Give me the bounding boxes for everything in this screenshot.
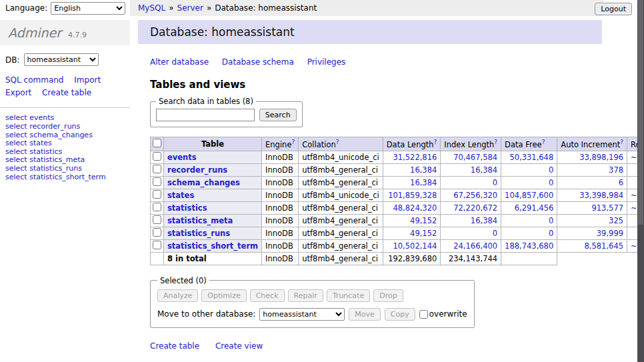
scrollbar-thumb[interactable] [638, 0, 643, 225]
row-select-checkbox[interactable] [153, 228, 161, 237]
privileges-link[interactable]: Privileges [307, 57, 346, 67]
create-table-link-main[interactable]: Create table [150, 341, 199, 351]
rows-count-link[interactable]: ~ 312,180 [631, 153, 637, 162]
auto-increment-link[interactable]: 325 [609, 216, 623, 225]
data-length-link[interactable]: 16,384 [410, 165, 437, 175]
sidebar-item-select-states[interactable]: select states [5, 139, 125, 148]
export-link[interactable]: Export [5, 88, 31, 97]
language-select[interactable]: English [51, 2, 125, 15]
data-free-link[interactable]: 188,743,680 [505, 241, 553, 251]
row-select-checkbox[interactable] [153, 215, 161, 224]
app-header: Adminer 4.7.9 [0, 20, 130, 45]
table-name-link[interactable]: statistics [167, 203, 207, 213]
data-length-link[interactable]: 101,859,328 [388, 191, 437, 200]
copy-button[interactable]: Copy [385, 308, 415, 321]
data-free-link[interactable]: 0 [549, 165, 553, 175]
move-database-select[interactable]: homeassistant [259, 308, 345, 321]
engine-cell: InnoDB [262, 239, 299, 252]
sidebar-item-select-statistics-runs[interactable]: select statistics_runs [5, 165, 125, 173]
index-length-link[interactable]: 0 [493, 178, 497, 187]
data-free-link[interactable]: 0 [549, 178, 553, 187]
search-input[interactable] [156, 109, 255, 121]
row-select-checkbox[interactable] [153, 203, 161, 211]
doc-link-icon[interactable]: ? [620, 139, 623, 145]
index-length-link[interactable]: 0 [493, 229, 497, 238]
index-length-link[interactable]: 72,220,672 [453, 203, 497, 213]
data-free-link[interactable]: 50,331,648 [509, 153, 553, 162]
row-select-checkbox[interactable] [153, 190, 161, 199]
doc-link-icon[interactable]: ? [542, 139, 545, 145]
create-view-link[interactable]: Create view [215, 341, 263, 351]
auto-increment-link[interactable]: 33,898,196 [579, 153, 623, 162]
row-select-checkbox[interactable] [153, 165, 161, 173]
check-button[interactable]: Check [250, 289, 285, 302]
table-name-link[interactable]: states [167, 191, 194, 200]
sidebar-item-select-statistics-short-term[interactable]: select statistics_short_term [5, 173, 125, 182]
drop-button[interactable]: Drop [373, 289, 403, 302]
auto-increment-link[interactable]: 39,999 [597, 229, 623, 238]
data-length-link[interactable]: 49,152 [410, 229, 437, 238]
table-name-link[interactable]: statistics_short_term [167, 241, 258, 251]
db-select[interactable]: homeassistant [24, 53, 99, 66]
table-row: recorder_runs InnoDB utf8mb4_general_ci … [151, 163, 638, 176]
breadcrumb-link-server[interactable]: Server [177, 3, 203, 13]
column-header-index-length: Index Length? [441, 137, 501, 151]
auto-increment-link[interactable]: 33,398,984 [579, 191, 623, 200]
breadcrumb-link-mysql[interactable]: MySQL [138, 3, 165, 13]
vertical-scrollbar[interactable] [637, 0, 644, 362]
collation-cell: utf8mb4_unicode_ci [299, 189, 383, 201]
data-free-link[interactable]: 0 [549, 229, 553, 238]
alter-database-link[interactable]: Alter database [150, 57, 209, 67]
repair-button[interactable]: Repair [288, 289, 323, 302]
sidebar-item-select-recorder-runs[interactable]: select recorder_runs [5, 123, 125, 131]
sql-command-link[interactable]: SQL command [5, 75, 63, 85]
rows-count-link[interactable]: ~ 136,108 [631, 241, 637, 251]
create-table-link[interactable]: Create table [42, 88, 91, 97]
auto-increment-link[interactable]: 378 [609, 165, 623, 175]
auto-increment-link[interactable]: 913,577 [591, 203, 623, 213]
table-name-link[interactable]: statistics_meta [167, 216, 233, 225]
import-link[interactable]: Import [74, 75, 101, 85]
table-name-link[interactable]: recorder_runs [167, 165, 227, 175]
table-name-link[interactable]: schema_changes [167, 178, 240, 187]
row-select-checkbox[interactable] [153, 152, 161, 161]
engine-cell: InnoDB [262, 176, 299, 189]
optimize-button[interactable]: Optimize [201, 289, 246, 302]
move-button[interactable]: Move [349, 308, 381, 321]
table-name-link[interactable]: statistics_runs [167, 229, 230, 238]
data-free-link[interactable]: 0 [549, 216, 553, 225]
logout-button[interactable]: Logout [595, 3, 632, 15]
index-length-link[interactable]: 16,384 [471, 216, 497, 225]
auto-increment-link[interactable]: 6 [619, 178, 623, 187]
main-content: Database: homeassistant Alter database D… [130, 16, 637, 362]
rows-count-link[interactable]: ~ 569,159 [631, 203, 637, 213]
data-free-link[interactable]: 104,857,600 [505, 191, 553, 200]
database-schema-link[interactable]: Database schema [222, 57, 294, 67]
auto-increment-link[interactable]: 8,581,645 [585, 241, 624, 251]
index-length-link[interactable]: 16,384 [471, 165, 497, 175]
row-select-checkbox[interactable] [153, 177, 161, 186]
search-button[interactable]: Search [259, 109, 297, 121]
data-length-link[interactable]: 10,502,144 [393, 241, 437, 251]
data-length-link[interactable]: 16,384 [410, 178, 437, 187]
index-length-link[interactable]: 67,256,320 [453, 191, 497, 200]
table-header-row: Table Engine? Collation? Data Length? In… [151, 137, 638, 151]
select-all-checkbox[interactable] [153, 139, 161, 147]
truncate-button[interactable]: Truncate [327, 289, 370, 302]
doc-link-icon[interactable]: ? [434, 139, 437, 145]
doc-link-icon[interactable]: ? [494, 139, 497, 145]
index-length-link[interactable]: 70,467,584 [453, 153, 497, 162]
row-select-checkbox[interactable] [153, 241, 161, 249]
data-free-link[interactable]: 6,291,456 [515, 203, 554, 213]
overwrite-checkbox[interactable] [419, 310, 428, 319]
index-length-link[interactable]: 24,166,400 [453, 241, 497, 251]
data-length-link[interactable]: 31,522,816 [393, 153, 437, 162]
analyze-button[interactable]: Analyze [157, 289, 198, 302]
doc-link-icon[interactable]: ? [336, 139, 339, 145]
data-length-link[interactable]: 49,152 [410, 216, 437, 225]
rows-count-link[interactable]: ~ 299,833 [631, 191, 637, 200]
doc-link-icon[interactable]: ? [291, 139, 295, 145]
data-length-link[interactable]: 48,824,320 [393, 203, 437, 213]
table-name-link[interactable]: events [167, 153, 197, 162]
engine-cell: InnoDB [262, 214, 299, 227]
